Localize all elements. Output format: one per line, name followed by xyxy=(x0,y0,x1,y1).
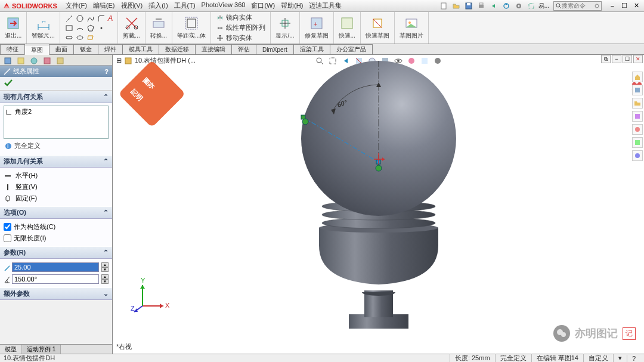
file-explorer-icon[interactable] xyxy=(632,98,643,109)
menu-file[interactable]: 文件(F) xyxy=(66,1,87,10)
tab-datamigration[interactable]: 数据迁移 xyxy=(159,44,196,54)
quick-button[interactable]: 快速... xyxy=(334,12,361,44)
status-custom[interactable]: 自定义 xyxy=(583,354,613,362)
display-delete-button[interactable]: 显示/... xyxy=(271,12,299,44)
sketch-picture-button[interactable]: 草图图片 xyxy=(395,12,429,44)
angle-up[interactable]: ▲ xyxy=(101,274,109,279)
tab-dimxpert[interactable]: DimXpert xyxy=(256,44,294,54)
subwin-max-icon[interactable]: ☐ xyxy=(623,55,632,63)
move-button[interactable]: 移动实体 xyxy=(216,33,252,42)
length-input[interactable] xyxy=(12,262,99,272)
menu-insert[interactable]: 插入(I) xyxy=(148,1,168,10)
fixed-relation[interactable]: 固定(F) xyxy=(4,193,109,204)
save-icon[interactable] xyxy=(463,1,474,11)
maximize-icon[interactable]: ☐ xyxy=(619,1,630,11)
tab-sheetmetal[interactable]: 钣金 xyxy=(73,44,98,54)
view-triad[interactable]: X Y Z xyxy=(131,276,172,318)
angle-input[interactable] xyxy=(12,274,99,284)
menu-edit[interactable]: 编辑(E) xyxy=(93,1,115,10)
close-icon[interactable]: ✕ xyxy=(631,1,642,11)
menu-view[interactable]: 视图(V) xyxy=(121,1,143,10)
arc-icon[interactable] xyxy=(76,24,84,32)
params-head[interactable]: 参数(R)⌃ xyxy=(0,246,112,259)
spline-icon[interactable] xyxy=(86,14,95,23)
design-library-icon[interactable] xyxy=(632,85,643,95)
dimxpert-tab-icon[interactable] xyxy=(42,56,52,66)
tab-directedit[interactable]: 直接编辑 xyxy=(195,44,232,54)
tab-sketch[interactable]: 草图 xyxy=(24,45,49,55)
tab-render[interactable]: 渲染工具 xyxy=(293,44,330,54)
view-palette-icon[interactable] xyxy=(632,111,643,122)
new-icon[interactable] xyxy=(438,1,449,11)
selection-icon[interactable] xyxy=(526,1,537,11)
options-head[interactable]: 选项(O)⌃ xyxy=(0,206,112,219)
menu-tools[interactable]: 工具(T) xyxy=(174,1,196,10)
tab-moldtools[interactable]: 模具工具 xyxy=(122,44,159,54)
status-flag-icon[interactable]: ▾ xyxy=(613,354,627,362)
graphics-viewport[interactable]: ⊞ 10.表情包摆件DH (... ⧉ − ☐ ✕ 圖亦記明 ✖ xyxy=(113,55,644,354)
slot-icon[interactable] xyxy=(65,33,73,42)
tab-evaluate[interactable]: 评估 xyxy=(231,44,256,54)
tab-model[interactable]: 模型 xyxy=(0,345,22,354)
linear-pattern-button[interactable]: 线性草图阵列 xyxy=(216,23,265,32)
length-up[interactable]: ▲ xyxy=(101,262,109,267)
convert-button[interactable]: 转换... xyxy=(145,12,172,44)
menu-help[interactable]: 帮助(H) xyxy=(281,1,303,10)
circle-icon[interactable] xyxy=(76,14,84,23)
angle-down[interactable]: ▼ xyxy=(101,279,109,284)
add-relations-head[interactable]: 添加几何关系⌃ xyxy=(0,155,112,168)
menu-maidi[interactable]: 迈迪工具集 xyxy=(309,1,342,10)
existing-relations-head[interactable]: 现有几何关系⌃ xyxy=(0,91,112,103)
tab-motion[interactable]: 运动算例 1 xyxy=(22,345,61,354)
collapse-icon[interactable]: ⌃ xyxy=(103,93,109,101)
offset-button[interactable]: 等距实...体 xyxy=(172,12,211,44)
menu-window[interactable]: 窗口(W) xyxy=(251,1,275,10)
forum-icon[interactable] xyxy=(632,150,643,161)
tab-features[interactable]: 特征 xyxy=(0,44,25,54)
existing-relations-list[interactable]: 角度2 xyxy=(4,106,109,139)
feature-tree-icon[interactable] xyxy=(2,56,13,66)
subwin-restore-icon[interactable]: ⧉ xyxy=(601,55,611,63)
rectangle-icon[interactable] xyxy=(65,24,73,32)
plane-icon[interactable] xyxy=(86,33,95,42)
property-tab-icon[interactable] xyxy=(16,56,26,66)
home-pane-icon[interactable] xyxy=(632,72,643,82)
ok-icon[interactable] xyxy=(4,81,13,88)
construction-checkbox[interactable] xyxy=(4,223,11,231)
minimize-icon[interactable]: − xyxy=(607,1,618,11)
repair-sketch-button[interactable]: + 修复草图 xyxy=(300,12,334,44)
polygon-icon[interactable] xyxy=(86,24,95,32)
trim-button[interactable]: 剪裁... xyxy=(118,12,145,44)
extra-params-head[interactable]: 额外参数⌄ xyxy=(0,287,112,300)
display-tab-icon[interactable] xyxy=(55,56,66,66)
subwin-min-icon[interactable]: − xyxy=(612,55,621,63)
fillet-icon[interactable] xyxy=(97,14,106,23)
tab-surface[interactable]: 曲面 xyxy=(49,44,74,54)
menu-photoview[interactable]: PhotoView 360 xyxy=(202,1,246,10)
print-icon[interactable] xyxy=(476,1,487,11)
subwin-close-icon[interactable]: ✕ xyxy=(633,55,643,63)
status-help-icon[interactable]: ? xyxy=(627,355,640,362)
options-icon[interactable] xyxy=(513,1,524,11)
ellipse-icon[interactable] xyxy=(76,33,84,42)
tab-weldment[interactable]: 焊件 xyxy=(98,44,123,54)
vertical-relation[interactable]: 竖直(V) xyxy=(4,181,109,193)
smart-dimension-button[interactable]: ↔ 智能尺... xyxy=(27,12,60,44)
config-tab-icon[interactable] xyxy=(29,56,39,66)
line-icon[interactable] xyxy=(65,14,73,23)
custom-props-icon[interactable] xyxy=(632,137,643,148)
horizontal-relation[interactable]: 水平(H) xyxy=(4,170,109,181)
appearances-icon[interactable] xyxy=(632,124,643,135)
open-icon[interactable] xyxy=(451,1,462,11)
point-icon[interactable] xyxy=(97,24,106,32)
rebuild-icon[interactable] xyxy=(501,1,512,11)
exit-sketch-button[interactable]: 退出... xyxy=(0,12,27,44)
expand-icon[interactable]: ⊞ xyxy=(116,57,122,64)
length-down[interactable]: ▼ xyxy=(101,267,109,272)
tab-office[interactable]: 办公室产品 xyxy=(330,44,373,54)
infinite-checkbox[interactable] xyxy=(4,234,11,242)
undo-icon[interactable] xyxy=(488,1,499,11)
model-view[interactable]: 60° xyxy=(200,61,558,341)
help-icon[interactable]: ? xyxy=(104,68,109,75)
search-command-input[interactable] xyxy=(562,2,595,9)
